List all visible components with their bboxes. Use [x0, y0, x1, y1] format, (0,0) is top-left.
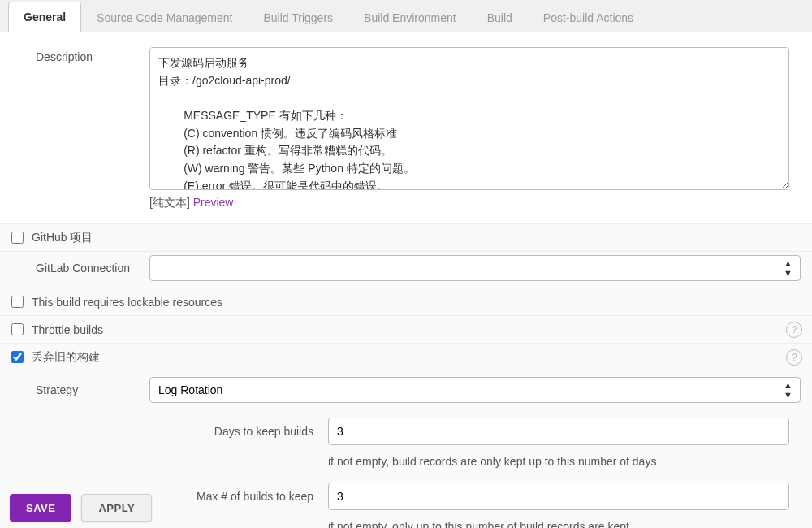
preview-link[interactable]: Preview [193, 196, 234, 209]
max-builds-hint: if not empty, only up to this number of … [328, 515, 801, 528]
option-discard-old-builds: 丢弃旧的构建 ? [0, 343, 812, 370]
discard-old-builds-label[interactable]: 丢弃旧的构建 [32, 350, 100, 365]
plain-text-label: [纯文本] [149, 196, 190, 209]
option-gitlab-connection: GitLab Connection ▲▼ [0, 251, 812, 288]
tab-scm[interactable]: Source Code Management [81, 2, 248, 32]
tabs-bar: General Source Code Management Build Tri… [0, 0, 812, 32]
option-github-project: GitHub 项目 [0, 223, 812, 251]
lockable-resources-checkbox[interactable] [11, 296, 24, 308]
tab-build-triggers[interactable]: Build Triggers [248, 2, 348, 32]
tab-general[interactable]: General [8, 2, 81, 32]
description-label: Description [11, 47, 149, 63]
max-builds-label: Max # of builds to keep [166, 490, 328, 503]
discard-old-builds-checkbox[interactable] [11, 351, 24, 363]
days-to-keep-label: Days to keep builds [166, 425, 328, 438]
gitlab-connection-select[interactable] [149, 255, 801, 281]
max-builds-input[interactable] [328, 483, 789, 510]
description-textarea[interactable] [149, 47, 789, 190]
tab-build-environment[interactable]: Build Environment [348, 2, 472, 32]
footer-buttons: SAVE APPLY [10, 494, 152, 522]
save-button[interactable]: SAVE [10, 494, 71, 522]
help-icon[interactable]: ? [786, 349, 802, 366]
option-throttle-builds: Throttle builds ? [0, 315, 812, 343]
gitlab-connection-label: GitLab Connection [11, 262, 149, 275]
throttle-builds-label[interactable]: Throttle builds [32, 323, 103, 336]
days-to-keep-hint: if not empty, build records are only kep… [328, 450, 801, 483]
throttle-builds-checkbox[interactable] [11, 323, 24, 335]
lockable-resources-label[interactable]: This build requires lockable resources [32, 296, 222, 309]
help-icon[interactable]: ? [786, 322, 802, 338]
strategy-select[interactable]: Log Rotation [149, 377, 801, 403]
option-lockable-resources: This build requires lockable resources [0, 288, 812, 315]
apply-button[interactable]: APPLY [81, 494, 152, 522]
days-to-keep-input[interactable] [328, 418, 789, 445]
general-panel: Description [纯文本] Preview [0, 32, 812, 223]
github-project-checkbox[interactable] [11, 232, 24, 244]
tab-post-build[interactable]: Post-build Actions [528, 2, 649, 32]
tab-build[interactable]: Build [472, 2, 528, 32]
github-project-label[interactable]: GitHub 项目 [32, 231, 93, 245]
strategy-label: Strategy [11, 383, 149, 396]
